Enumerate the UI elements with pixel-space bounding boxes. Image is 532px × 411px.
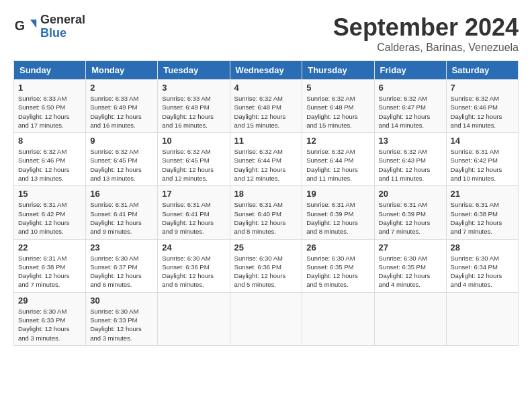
daylight-label: Daylight: 12 hours and 5 minutes. xyxy=(306,272,358,288)
daylight-label: Daylight: 12 hours and 7 minutes. xyxy=(451,219,502,235)
calendar-header: SundayMondayTuesdayWednesdayThursdayFrid… xyxy=(14,61,519,80)
day-info: Sunrise: 6:32 AM Sunset: 6:47 PM Dayligh… xyxy=(379,94,442,130)
sunset-label: Sunset: 6:44 PM xyxy=(306,156,353,164)
calendar-cell: 24 Sunrise: 6:30 AM Sunset: 6:36 PM Dayl… xyxy=(158,239,230,292)
calendar-week: 29 Sunrise: 6:30 AM Sunset: 6:33 PM Dayl… xyxy=(14,292,519,345)
sunset-label: Sunset: 6:33 PM xyxy=(90,316,137,324)
day-info: Sunrise: 6:30 AM Sunset: 6:36 PM Dayligh… xyxy=(234,254,298,289)
calendar-week: 8 Sunrise: 6:32 AM Sunset: 6:46 PM Dayli… xyxy=(14,133,519,186)
sunrise-label: Sunrise: 6:31 AM xyxy=(234,201,283,208)
sunrise-label: Sunrise: 6:33 AM xyxy=(90,95,138,102)
day-number: 24 xyxy=(162,242,225,253)
sunset-label: Sunset: 6:42 PM xyxy=(451,156,498,164)
weekday-header: Wednesday xyxy=(230,61,302,80)
sunrise-label: Sunrise: 6:33 AM xyxy=(18,95,66,102)
daylight-label: Daylight: 12 hours and 5 minutes. xyxy=(234,272,286,288)
day-number: 1 xyxy=(18,83,81,93)
calendar-cell: 14 Sunrise: 6:31 AM Sunset: 6:42 PM Dayl… xyxy=(446,133,518,186)
sunrise-label: Sunrise: 6:31 AM xyxy=(451,201,499,208)
logo-line2: Blue xyxy=(40,27,85,40)
location-title: Calderas, Barinas, Venezuela xyxy=(333,42,519,54)
sunset-label: Sunset: 6:43 PM xyxy=(379,156,426,164)
calendar-body: 1 Sunrise: 6:33 AM Sunset: 6:50 PM Dayli… xyxy=(14,80,519,346)
day-number: 23 xyxy=(90,242,153,253)
day-number: 5 xyxy=(306,83,369,93)
sunrise-label: Sunrise: 6:30 AM xyxy=(234,255,283,262)
daylight-label: Daylight: 12 hours and 11 minutes. xyxy=(306,166,358,182)
calendar-cell: 4 Sunrise: 6:32 AM Sunset: 6:48 PM Dayli… xyxy=(230,80,302,133)
day-number: 13 xyxy=(379,136,442,146)
sunrise-label: Sunrise: 6:32 AM xyxy=(306,148,355,155)
day-info: Sunrise: 6:30 AM Sunset: 6:35 PM Dayligh… xyxy=(306,254,369,289)
calendar-cell: 30 Sunrise: 6:30 AM Sunset: 6:33 PM Dayl… xyxy=(86,292,158,345)
weekday-row: SundayMondayTuesdayWednesdayThursdayFrid… xyxy=(14,61,519,80)
title-area: September 2024 Calderas, Barinas, Venezu… xyxy=(333,13,519,54)
daylight-label: Daylight: 12 hours and 10 minutes. xyxy=(18,219,70,235)
day-info: Sunrise: 6:32 AM Sunset: 6:44 PM Dayligh… xyxy=(234,147,298,183)
day-number: 11 xyxy=(234,136,298,146)
day-number: 21 xyxy=(451,189,514,199)
day-info: Sunrise: 6:30 AM Sunset: 6:33 PM Dayligh… xyxy=(90,307,153,342)
calendar: SundayMondayTuesdayWednesdayThursdayFrid… xyxy=(13,60,519,346)
sunrise-label: Sunrise: 6:32 AM xyxy=(379,148,427,155)
day-number: 3 xyxy=(162,83,225,93)
calendar-cell: 26 Sunrise: 6:30 AM Sunset: 6:35 PM Dayl… xyxy=(302,239,374,292)
sunset-label: Sunset: 6:48 PM xyxy=(306,103,353,111)
daylight-label: Daylight: 12 hours and 8 minutes. xyxy=(234,219,286,235)
day-number: 14 xyxy=(451,136,514,146)
sunset-label: Sunset: 6:36 PM xyxy=(234,263,281,271)
calendar-cell: 7 Sunrise: 6:32 AM Sunset: 6:46 PM Dayli… xyxy=(446,80,518,133)
day-info: Sunrise: 6:32 AM Sunset: 6:45 PM Dayligh… xyxy=(162,147,225,183)
day-number: 15 xyxy=(18,189,81,199)
calendar-cell: 12 Sunrise: 6:32 AM Sunset: 6:44 PM Dayl… xyxy=(302,133,374,186)
daylight-label: Daylight: 12 hours and 13 minutes. xyxy=(90,166,142,182)
sunrise-label: Sunrise: 6:32 AM xyxy=(234,95,283,102)
sunrise-label: Sunrise: 6:32 AM xyxy=(162,148,210,155)
sunset-label: Sunset: 6:35 PM xyxy=(379,263,426,271)
sunset-label: Sunset: 6:41 PM xyxy=(162,210,209,218)
svg-marker-1 xyxy=(30,19,36,28)
sunrise-label: Sunrise: 6:30 AM xyxy=(451,255,499,262)
day-info: Sunrise: 6:31 AM Sunset: 6:39 PM Dayligh… xyxy=(379,200,442,236)
day-number: 6 xyxy=(379,83,442,93)
calendar-week: 1 Sunrise: 6:33 AM Sunset: 6:50 PM Dayli… xyxy=(14,80,519,133)
day-info: Sunrise: 6:33 AM Sunset: 6:49 PM Dayligh… xyxy=(90,94,153,130)
daylight-label: Daylight: 12 hours and 3 minutes. xyxy=(18,325,70,341)
sunset-label: Sunset: 6:33 PM xyxy=(18,316,65,324)
calendar-cell xyxy=(374,292,446,345)
daylight-label: Daylight: 12 hours and 10 minutes. xyxy=(451,166,502,182)
sunset-label: Sunset: 6:45 PM xyxy=(162,156,209,164)
day-info: Sunrise: 6:30 AM Sunset: 6:33 PM Dayligh… xyxy=(18,307,81,342)
calendar-cell: 17 Sunrise: 6:31 AM Sunset: 6:41 PM Dayl… xyxy=(158,186,230,239)
sunset-label: Sunset: 6:38 PM xyxy=(18,263,65,271)
day-info: Sunrise: 6:30 AM Sunset: 6:36 PM Dayligh… xyxy=(162,254,225,289)
sunset-label: Sunset: 6:46 PM xyxy=(451,103,498,111)
daylight-label: Daylight: 12 hours and 7 minutes. xyxy=(379,219,431,235)
sunrise-label: Sunrise: 6:30 AM xyxy=(162,255,210,262)
sunset-label: Sunset: 6:50 PM xyxy=(18,103,65,111)
calendar-cell: 3 Sunrise: 6:33 AM Sunset: 6:49 PM Dayli… xyxy=(158,80,230,133)
sunset-label: Sunset: 6:40 PM xyxy=(234,210,281,218)
day-number: 28 xyxy=(451,242,514,253)
sunrise-label: Sunrise: 6:31 AM xyxy=(379,201,427,208)
day-info: Sunrise: 6:31 AM Sunset: 6:42 PM Dayligh… xyxy=(18,200,81,236)
day-number: 29 xyxy=(18,295,81,306)
calendar-cell: 23 Sunrise: 6:30 AM Sunset: 6:37 PM Dayl… xyxy=(86,239,158,292)
calendar-cell xyxy=(230,292,302,345)
day-number: 12 xyxy=(306,136,369,146)
calendar-week: 22 Sunrise: 6:31 AM Sunset: 6:38 PM Dayl… xyxy=(14,239,519,292)
calendar-cell xyxy=(446,292,518,345)
calendar-cell: 13 Sunrise: 6:32 AM Sunset: 6:43 PM Dayl… xyxy=(374,133,446,186)
day-number: 10 xyxy=(162,136,225,146)
day-info: Sunrise: 6:31 AM Sunset: 6:39 PM Dayligh… xyxy=(306,200,369,236)
calendar-cell: 5 Sunrise: 6:32 AM Sunset: 6:48 PM Dayli… xyxy=(302,80,374,133)
day-info: Sunrise: 6:32 AM Sunset: 6:44 PM Dayligh… xyxy=(306,147,369,183)
sunset-label: Sunset: 6:49 PM xyxy=(90,103,137,111)
daylight-label: Daylight: 12 hours and 6 minutes. xyxy=(90,272,142,288)
logo-line1: General xyxy=(40,13,85,27)
daylight-label: Daylight: 12 hours and 12 minutes. xyxy=(162,166,214,182)
calendar-cell: 19 Sunrise: 6:31 AM Sunset: 6:39 PM Dayl… xyxy=(302,186,374,239)
weekday-header: Friday xyxy=(374,61,446,80)
sunset-label: Sunset: 6:39 PM xyxy=(306,210,353,218)
daylight-label: Daylight: 12 hours and 6 minutes. xyxy=(162,272,214,288)
